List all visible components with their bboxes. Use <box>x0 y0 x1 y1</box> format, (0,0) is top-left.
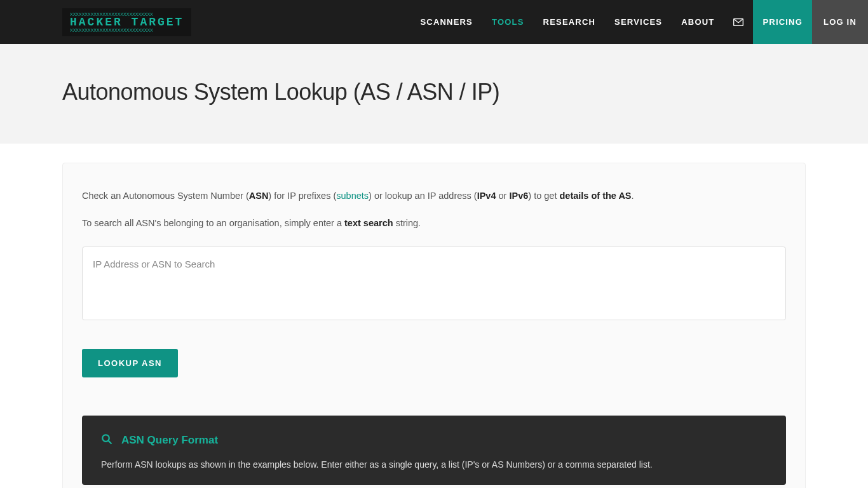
text: ) to get <box>528 191 559 201</box>
panel-heading: ASN Query Format <box>121 434 218 447</box>
svg-point-1 <box>102 435 109 442</box>
text: string. <box>393 218 421 228</box>
envelope-icon <box>733 18 743 27</box>
nav-login[interactable]: LOG IN <box>812 0 868 44</box>
query-format-panel: ASN Query Format Perform ASN lookups as … <box>82 416 786 484</box>
title-band: Autonomous System Lookup (AS / ASN / IP) <box>0 44 868 144</box>
nav-research[interactable]: RESEARCH <box>534 0 606 44</box>
panel-body: Perform ASN lookups as shown in the exam… <box>101 458 767 471</box>
nav-tools[interactable]: TOOLS <box>482 0 534 44</box>
search-icon <box>101 433 112 447</box>
intro-paragraph-1: Check an Autonomous System Number (ASN) … <box>82 189 786 203</box>
intro-text: Check an Autonomous System Number (ASN) … <box>82 189 786 231</box>
main-nav: SCANNERS TOOLS RESEARCH SERVICES ABOUT P… <box>410 0 868 44</box>
text: Check an Autonomous System Number ( <box>82 191 249 201</box>
asn-search-input[interactable] <box>83 247 785 317</box>
main-content: Check an Autonomous System Number (ASN) … <box>0 144 868 488</box>
asn-bold: ASN <box>249 191 269 201</box>
lookup-asn-button[interactable]: LOOKUP ASN <box>82 349 178 377</box>
ipv4-bold: IPv4 <box>477 191 496 201</box>
nav-contact[interactable] <box>724 0 753 44</box>
nav-pricing[interactable]: PRICING <box>753 0 812 44</box>
nav-services[interactable]: SERVICES <box>605 0 672 44</box>
text: ) or lookup an IP address ( <box>369 191 477 201</box>
logo-decoration-bottom: XXXXXXXXXXXXXXXXXXXXXXXXXXXX <box>70 28 184 32</box>
nav-about[interactable]: ABOUT <box>672 0 724 44</box>
subnets-link[interactable]: subnets <box>336 191 369 201</box>
search-box <box>82 247 786 320</box>
top-nav-bar: XXXXXXXXXXXXXXXXXXXXXXXXXXXX HACKER TARG… <box>0 0 868 44</box>
svg-line-2 <box>108 441 111 444</box>
brand-text: HACKER TARGET <box>70 17 184 28</box>
page-title: Autonomous System Lookup (AS / ASN / IP) <box>62 79 806 105</box>
brand-logo[interactable]: XXXXXXXXXXXXXXXXXXXXXXXXXXXX HACKER TARG… <box>62 8 191 36</box>
text: or <box>496 191 510 201</box>
text-search-bold: text search <box>344 218 393 228</box>
nav-scanners[interactable]: SCANNERS <box>410 0 482 44</box>
panel-header: ASN Query Format <box>101 433 767 447</box>
text: ) for IP prefixes ( <box>268 191 336 201</box>
intro-paragraph-2: To search all ASN's belonging to an orga… <box>82 216 786 231</box>
text: . <box>632 191 634 201</box>
text: To search all ASN's belonging to an orga… <box>82 218 344 228</box>
ipv6-bold: IPv6 <box>509 191 528 201</box>
details-bold: details of the AS <box>559 191 631 201</box>
lookup-card: Check an Autonomous System Number (ASN) … <box>62 163 806 488</box>
